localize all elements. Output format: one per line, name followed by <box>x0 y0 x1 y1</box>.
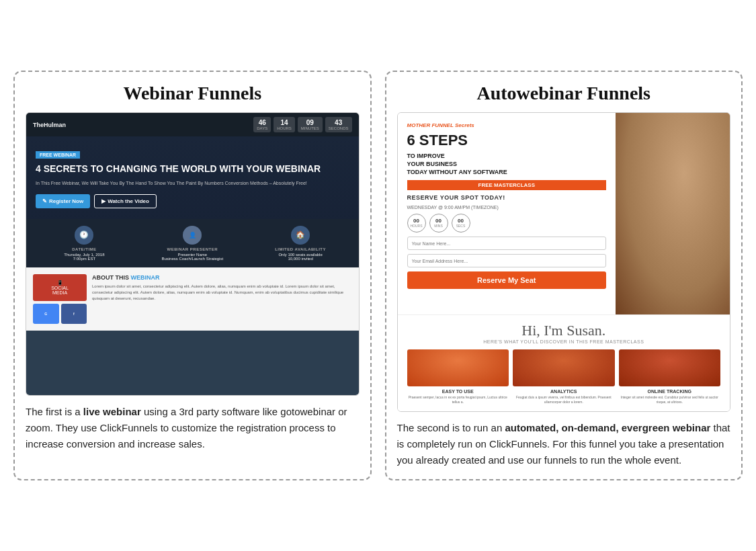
gallery-img-easy <box>407 349 509 386</box>
gallery-item-tracking: ONLINE TRACKING Integer sit amet molesti… <box>619 349 721 405</box>
gallery-title-easy: EASY TO USE <box>407 389 509 394</box>
aw-date-label: WEDNESDAY @ 9:00 AM/PM (TIMEZONE) <box>407 205 607 210</box>
wb-about-text: ABOUT THIS WEBINAR Lorem ipsum dolor sit… <box>92 274 352 302</box>
wb-datetime-icon: 🕐 <box>75 226 93 245</box>
aw-gallery: EASY TO USE Praesent semper, lacus in ex… <box>407 349 721 405</box>
aw-name-input[interactable] <box>407 237 607 250</box>
wb-about-images: 📱SOCIALMEDIA G f <box>33 274 87 324</box>
register-icon: ✎ <box>42 198 47 204</box>
webinar-funnels-title: Webinar Funnels <box>26 83 360 104</box>
person-silhouette <box>616 113 730 314</box>
aw-count-mins: 00 MINS <box>429 214 448 232</box>
gallery-title-tracking: ONLINE TRACKING <box>619 389 721 394</box>
aw-headline: 6 STEPS <box>407 132 607 149</box>
aw-discover-label: HERE'S WHAT YOU'LL DISCOVER IN THIS FREE… <box>407 339 721 344</box>
aw-countdown: 00 HOURS 00 MINS 00 SECS <box>407 214 607 232</box>
gallery-item-analytics: ANALYTICS Feugiat duis a ipsum viverra, … <box>513 349 615 405</box>
aw-count-secs: 00 SECS <box>452 214 470 232</box>
aw-hi-text: Hi, I'm Susan. <box>407 322 721 339</box>
wb-headline: 4 SECRETS TO CHANGING THE WORLD WITH YOU… <box>36 163 349 175</box>
wb-info-bar: 🕐 DATE/TIME Thursday, July 1, 20187:00pm… <box>26 219 359 267</box>
wb-logo: TheHulman <box>33 122 66 128</box>
aw-person-image <box>616 113 730 314</box>
wb-count-seconds-label: SECONDS <box>329 126 349 130</box>
aw-free-masterclass-badge: FREE MASTERCLASS <box>407 180 607 190</box>
wb-about-section: 📱SOCIALMEDIA G f ABOUT THIS WEBINAR Lore… <box>26 267 359 331</box>
wb-count-minutes-label: MINUTES <box>301 126 319 130</box>
wb-count-days: 46 DAYS <box>253 117 271 132</box>
wb-countdown: 46 DAYS 14 HOURS 09 MINUTES 43 <box>253 117 351 132</box>
wb-availability-val: Only 100 seats available10,000 invited <box>247 253 355 261</box>
gallery-item-easy: EASY TO USE Praesent semper, lacus in ex… <box>407 349 509 405</box>
wb-presenter-title: WEBINAR PRESENTER <box>138 247 247 251</box>
gallery-desc-analytics: Feugiat duis a ipsum viverra, vel finibu… <box>513 395 615 405</box>
wb-count-hours: 14 HOURS <box>274 117 295 132</box>
autowebinar-funnels-card: Autowebinar Funnels MOTHER FUNNEL Secret… <box>385 71 743 480</box>
autowebinar-description: The second is to run an automated, on-de… <box>397 420 731 468</box>
wb-hero: FREE WEBINAR 4 SECRETS TO CHANGING THE W… <box>26 136 359 219</box>
aw-subheadline: TO IMPROVE YOUR BUSINESS TODAY WITHOUT A… <box>407 153 607 176</box>
gallery-desc-easy: Praesent semper, lacus in ex ex porta fe… <box>407 395 509 405</box>
wb-datetime-val: Thursday, July 1, 20187:00pm EST <box>30 253 138 261</box>
wb-about-title: ABOUT THIS WEBINAR <box>92 274 352 281</box>
wb-count-minutes: 09 MINUTES <box>298 117 323 132</box>
gallery-img-tracking <box>619 349 721 386</box>
wb-presenter-val: Presenter NameBusiness Coach/Launch Stra… <box>138 253 247 261</box>
wb-count-hours-label: HOURS <box>277 126 292 130</box>
aw-reserve-seat-button[interactable]: Reserve My Seat <box>407 271 607 289</box>
wb-count-days-label: DAYS <box>257 126 267 130</box>
aw-count-hours: 00 HOURS <box>407 214 426 232</box>
aw-reserve-label: RESERVE YOUR SPOT TODAY! <box>407 194 607 201</box>
gallery-desc-tracking: Integer sit amet molestie est. Curabitur… <box>619 395 721 405</box>
gallery-title-analytics: ANALYTICS <box>513 389 615 394</box>
aw-top: MOTHER FUNNEL Secrets 6 STEPS TO IMPROVE… <box>398 113 730 314</box>
play-icon: ▶ <box>101 198 106 204</box>
wb-subtext: In This Free Webinar, We Will Take You B… <box>36 180 349 187</box>
webinar-screenshot: TheHulman 46 DAYS 14 HOURS 09 MINUTES <box>26 112 360 396</box>
wb-info-datetime: 🕐 DATE/TIME Thursday, July 1, 20187:00pm… <box>30 226 138 261</box>
wb-img-row: G f <box>33 304 87 324</box>
wb-free-webinar-badge: FREE WEBINAR <box>36 151 80 159</box>
wb-google-img: G <box>33 304 59 324</box>
webinar-funnels-card: Webinar Funnels TheHulman 46 DAYS 14 HOU… <box>13 71 372 480</box>
aw-email-input[interactable] <box>407 254 607 267</box>
aw-bottom-section: Hi, I'm Susan. HERE'S WHAT YOU'LL DISCOV… <box>398 314 730 411</box>
wb-count-seconds-num: 43 <box>329 119 349 126</box>
wb-count-days-num: 46 <box>257 119 267 126</box>
autowebinar-funnels-title: Autowebinar Funnels <box>397 83 731 104</box>
aw-left-content: MOTHER FUNNEL Secrets 6 STEPS TO IMPROVE… <box>398 113 616 314</box>
wb-datetime-title: DATE/TIME <box>30 247 138 251</box>
webinar-description: The first is a live webinar using a 3rd … <box>26 404 360 452</box>
aw-brand: MOTHER FUNNEL Secrets <box>407 122 607 128</box>
wb-social-media-img: 📱SOCIALMEDIA <box>33 274 87 301</box>
wb-info-presenter: 👤 WEBINAR PRESENTER Presenter NameBusine… <box>138 226 247 261</box>
wb-count-hours-num: 14 <box>277 119 292 126</box>
wb-register-button[interactable]: ✎ Register Now <box>36 194 90 208</box>
wb-availability-title: LIMITED AVAILABILITY <box>247 247 355 251</box>
gallery-img-analytics <box>513 349 615 386</box>
wb-header: TheHulman 46 DAYS 14 HOURS 09 MINUTES <box>26 113 359 136</box>
wb-facebook-img: f <box>61 304 87 324</box>
wb-count-seconds: 43 SECONDS <box>325 117 352 132</box>
wb-buttons: ✎ Register Now ▶ Watch the Video <box>36 194 349 208</box>
wb-info-availability: 🏠 LIMITED AVAILABILITY Only 100 seats av… <box>247 226 355 261</box>
wb-availability-icon: 🏠 <box>291 226 310 245</box>
main-container: Webinar Funnels TheHulman 46 DAYS 14 HOU… <box>13 71 743 480</box>
wb-about-body: Lorem ipsum dolor sit amet, consectetur … <box>92 284 352 302</box>
aw-person-image-container <box>616 113 730 314</box>
autowebinar-screenshot: MOTHER FUNNEL Secrets 6 STEPS TO IMPROVE… <box>397 112 731 412</box>
wb-watch-button[interactable]: ▶ Watch the Video <box>94 194 157 208</box>
wb-count-minutes-num: 09 <box>301 119 319 126</box>
wb-presenter-icon: 👤 <box>183 226 202 245</box>
